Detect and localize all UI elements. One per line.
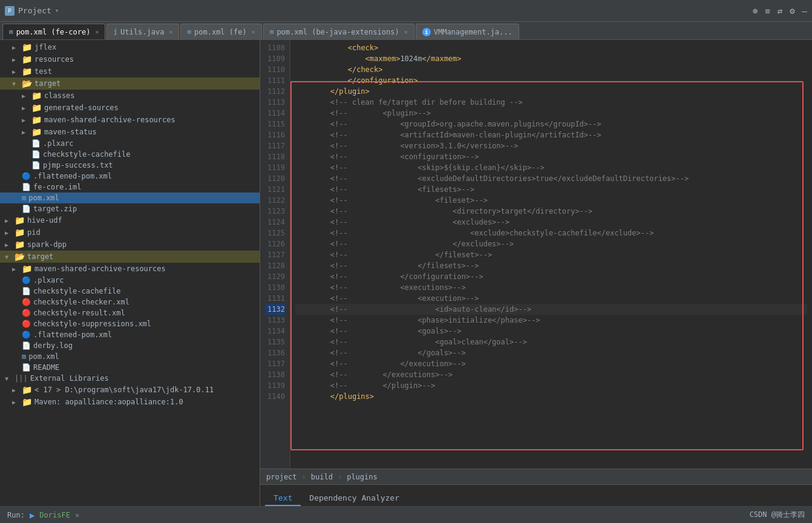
tab-dependency-label: Dependency Analyzer (309, 493, 399, 502)
minimize-icon[interactable]: — (802, 6, 807, 16)
breadcrumb-sep1: › (302, 473, 306, 481)
arrow-icon: ▶ (12, 68, 19, 75)
sidebar-label-spark-dpp: spark-dpp (27, 240, 67, 249)
sidebar-item-derby-log[interactable]: 📄 derby.log (0, 340, 260, 351)
breadcrumb-plugins: plugins (347, 473, 378, 481)
folder-icon: 📁 (22, 264, 32, 274)
tab-utils-java[interactable]: j Utils.java ✕ (106, 24, 179, 39)
tab-close-pom-fe[interactable]: ✕ (252, 28, 255, 35)
tab-text-label: Text (273, 493, 292, 502)
code-line-1117: <!-- <version>3.1.0</version>--> (295, 140, 807, 151)
tab-dependency-analyzer[interactable]: Dependency Analyzer (301, 491, 408, 506)
arrow-icon: ▶ (12, 387, 19, 393)
code-line-1122: <!-- <fileset>--> (295, 195, 807, 206)
code-line-1130: <!-- <executions>--> (295, 282, 807, 293)
sidebar-item-pom-xml[interactable]: m pom.xml (0, 192, 260, 203)
sidebar-item-classes[interactable]: ▶ 📁 classes (0, 90, 260, 102)
tab-text[interactable]: Text (265, 491, 301, 506)
sidebar-item-pom-xml2[interactable]: m pom.xml (0, 351, 260, 362)
sidebar-item-pjmp[interactable]: 📄 pjmp-success.txt (0, 160, 260, 171)
run-close[interactable]: ✕ (75, 511, 79, 519)
sidebar-item-checkstyle-cache[interactable]: 📄 checkstyle-cachefile (0, 149, 260, 160)
sidebar-item-maven-status[interactable]: ▶ 📁 maven-status (0, 126, 260, 138)
folder-icon: 📁 (31, 91, 42, 100)
tab-close-utils-java[interactable]: ✕ (169, 28, 172, 35)
folder-icon: 📂 (22, 79, 32, 88)
tab-pom-be[interactable]: m pom.xml (be-java-extensions) ✕ (263, 24, 414, 39)
sidebar-item-ext-libs[interactable]: ▼ ||| External Libraries (0, 373, 260, 384)
file-icon: 🔵 (22, 331, 31, 339)
code-line-1136: <!-- </goals>--> (295, 347, 807, 358)
sidebar-item-maven-shared2[interactable]: ▶ 📁 maven-shared-archive-resources (0, 263, 260, 275)
code-line-1129: <!-- </configuration>--> (295, 271, 807, 282)
code-line-1133: <!-- <phase>initialize</phase>--> (295, 315, 807, 326)
sidebar-label-classes: classes (44, 91, 75, 100)
code-line-1109: <maxmem>1024m</maxmem> (295, 53, 807, 64)
sidebar-label-target-zip: target.zip (33, 205, 77, 213)
sidebar-item-plxarc[interactable]: 📄 .plxarc (0, 138, 260, 149)
tab-vm-management[interactable]: i VMManagement.ja... (416, 24, 519, 39)
file-icon: 📄 (22, 183, 31, 191)
layout-icon[interactable]: ⊕ (753, 6, 758, 16)
sidebar-label-pom-xml: pom.xml (28, 194, 59, 202)
file-icon: 📄 (22, 205, 31, 213)
folder-icon: 📁 (15, 228, 25, 237)
code-line-1125: <!-- <exclude>checkstyle-cachefile</excl… (295, 228, 807, 238)
folder-icon: 📁 (22, 397, 32, 407)
tab-icon-info: i (422, 28, 431, 36)
arrow-icon: ▶ (22, 93, 29, 99)
sidebar-item-target[interactable]: ▼ 📂 target (0, 77, 260, 90)
sidebar-label-pom-xml2: pom.xml (28, 352, 59, 361)
sidebar-item-jflex[interactable]: ▶ 📁 jflex (0, 41, 260, 53)
arrow-icon: ▶ (12, 44, 19, 51)
sidebar-item-pid[interactable]: ▶ 📁 pid (0, 226, 260, 238)
tab-close-pom-be[interactable]: ✕ (404, 28, 408, 35)
sidebar-item-fecore-iml[interactable]: 📄 fe-core.iml (0, 182, 260, 192)
sidebar-item-maven-shared[interactable]: ▶ 📁 maven-shared-archive-resources (0, 114, 260, 126)
title-arrow: ▾ (55, 7, 59, 15)
list-icon[interactable]: ≡ (765, 6, 770, 16)
sidebar-item-flattened-pom[interactable]: 🔵 .flattened-pom.xml (0, 171, 260, 182)
code-editor[interactable]: <check> <maxmem>1024m</maxmem> </check> … (290, 40, 812, 469)
sidebar-item-checkstyle-cache2[interactable]: 📄 checkstyle-cachefile (0, 286, 260, 297)
sidebar-item-checkstyle-supp[interactable]: 🔴 checkstyle-suppressions.xml (0, 318, 260, 329)
code-line-1124: <!-- <excludes>--> (295, 217, 807, 228)
sidebar-label-fecore-iml: fe-core.iml (33, 183, 81, 191)
code-line-1116: <!-- <artifactId>maven-clean-plugin</art… (295, 130, 807, 140)
sidebar-item-target-zip[interactable]: 📄 target.zip (0, 203, 260, 214)
sidebar-item-checkstyle-checker[interactable]: 🔴 checkstyle-checker.xml (0, 297, 260, 308)
sidebar-item-generated-sources[interactable]: ▶ 📁 generated-sources (0, 102, 260, 114)
sidebar-item-hive-udf[interactable]: ▶ 📁 hive-udf (0, 214, 260, 226)
tab-pom-fe[interactable]: m pom.xml (fe) ✕ (180, 24, 261, 39)
file-icon: 🔵 (22, 172, 31, 180)
sidebar-item-jdk17[interactable]: ▶ 📁 < 17 > D:\program\soft\java17\jdk-17… (0, 384, 260, 396)
sidebar-item-checkstyle-result[interactable]: 🔴 checkstyle-result.xml (0, 308, 260, 318)
settings-icon[interactable]: ⚙ (790, 6, 794, 16)
sidebar-item-flattened-pom2[interactable]: 🔵 .flattened-pom.xml (0, 329, 260, 340)
sidebar-item-test[interactable]: ▶ 📁 test (0, 65, 260, 77)
sidebar-item-readme[interactable]: 📄 README (0, 362, 260, 373)
code-line-1138: <!-- </executions>--> (295, 369, 807, 380)
sidebar-item-plxarc2[interactable]: 🔵 .plxarc (0, 275, 260, 286)
file-icon: 🔵 (22, 276, 31, 285)
sidebar-item-target2[interactable]: ▼ 📂 target (0, 251, 260, 263)
tab-icon-m2: m (187, 28, 191, 36)
code-line-1135: <!-- <goal>clean</goal>--> (295, 337, 807, 347)
breadcrumb-build: build (311, 473, 333, 481)
tab-close-pom-fe-core[interactable]: ✕ (95, 28, 99, 35)
folder-icon: 📁 (15, 240, 25, 249)
arrow-icon: ▶ (5, 217, 12, 224)
arrow-icon: ▶ (22, 105, 29, 111)
swap-icon[interactable]: ⇄ (778, 6, 782, 16)
sidebar-item-spark-dpp[interactable]: ▶ 📁 spark-dpp (0, 238, 260, 251)
code-line-1140: </plugins> (295, 391, 807, 402)
tab-pom-fe-core[interactable]: m pom.xml (fe-core) ✕ (2, 24, 105, 39)
sidebar-item-aopalliance[interactable]: ▶ 📁 Maven: aopalliance:aopalliance:1.0 (0, 396, 260, 408)
breadcrumb-bar: project › build › plugins (260, 469, 812, 484)
code-line-1115: <!-- <groupId>org.apache.maven.plugins</… (295, 119, 807, 130)
sidebar-label-ext-libs: External Libraries (30, 374, 109, 383)
sidebar-item-resources[interactable]: ▶ 📁 resources (0, 53, 260, 65)
code-line-1119: <!-- <skip>${skip.clean}</skip>--> (295, 162, 807, 173)
folder-icon: 📁 (22, 54, 32, 64)
sidebar[interactable]: ▶ 📁 jflex ▶ 📁 resources ▶ 📁 test ▼ 📂 tar… (0, 40, 260, 506)
